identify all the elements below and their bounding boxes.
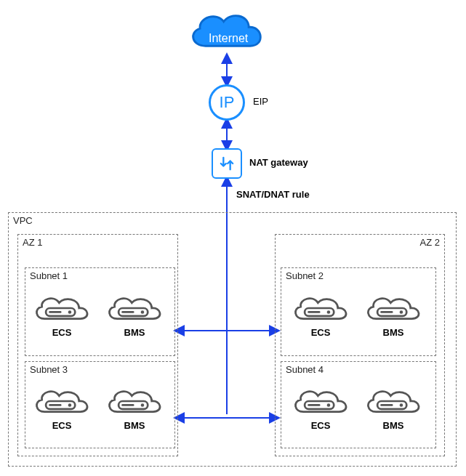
subnet4-ecs-node: ECS bbox=[288, 384, 353, 431]
bms-label: BMS bbox=[383, 327, 404, 338]
server-icon bbox=[31, 291, 92, 326]
server-icon bbox=[290, 291, 351, 326]
subnet3-title: Subnet 3 bbox=[30, 364, 68, 375]
ecs-label: ECS bbox=[52, 327, 72, 338]
server-icon bbox=[363, 384, 424, 419]
nat-gateway-label: NAT gateway bbox=[249, 157, 308, 168]
bms-label: BMS bbox=[383, 420, 404, 431]
subnet2-bms-node: BMS bbox=[361, 291, 426, 338]
subnet2-title: Subnet 2 bbox=[286, 270, 324, 281]
eip-label: EIP bbox=[253, 96, 268, 107]
server-icon bbox=[104, 291, 165, 326]
bms-label: BMS bbox=[124, 327, 145, 338]
subnet4-bms-node: BMS bbox=[361, 384, 426, 431]
subnet1-ecs-node: ECS bbox=[29, 291, 95, 338]
ecs-label: ECS bbox=[52, 420, 72, 431]
az2-title: AZ 2 bbox=[420, 237, 440, 248]
subnet3-bms-node: BMS bbox=[102, 384, 167, 431]
subnet1-bms-node: BMS bbox=[102, 291, 167, 338]
snat-dnat-rule-label: SNAT/DNAT rule bbox=[236, 189, 310, 200]
subnet4-title: Subnet 4 bbox=[286, 364, 324, 375]
subnet2-ecs-node: ECS bbox=[288, 291, 353, 338]
server-icon bbox=[104, 384, 165, 419]
server-icon bbox=[363, 291, 424, 326]
subnet3-ecs-node: ECS bbox=[29, 384, 95, 431]
ip-text: IP bbox=[220, 93, 235, 112]
internet-label: Internet bbox=[209, 32, 248, 45]
ecs-label: ECS bbox=[311, 327, 331, 338]
az1-title: AZ 1 bbox=[23, 237, 42, 248]
eip-ip-icon: IP bbox=[209, 84, 245, 121]
ecs-label: ECS bbox=[311, 420, 331, 431]
nat-architecture-diagram: Internet IP EIP NAT gateway SNAT/DNAT ru… bbox=[0, 0, 466, 476]
server-icon bbox=[31, 384, 92, 419]
subnet1-title: Subnet 1 bbox=[30, 270, 68, 281]
vpc-title: VPC bbox=[13, 215, 33, 226]
bms-label: BMS bbox=[124, 420, 145, 431]
server-icon bbox=[290, 384, 351, 419]
nat-gateway-icon bbox=[212, 148, 242, 179]
